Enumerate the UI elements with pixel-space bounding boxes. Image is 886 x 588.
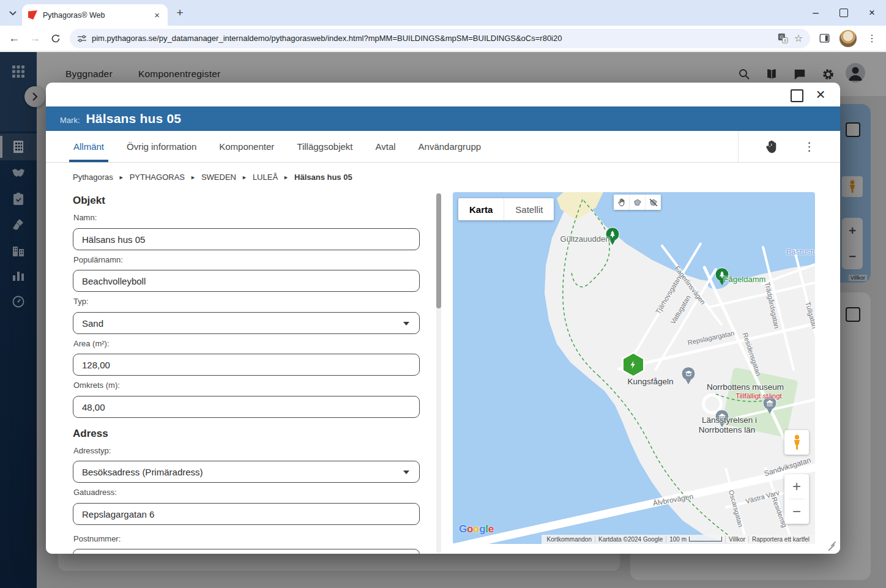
tab-close-icon[interactable]: × bbox=[152, 10, 162, 20]
modal-tab[interactable]: Övrig information bbox=[127, 131, 196, 162]
map-copyright: Kartdata ©2024 Google bbox=[595, 536, 666, 543]
pegman-streetview-button[interactable] bbox=[784, 430, 809, 455]
pan-hand-tool[interactable] bbox=[614, 195, 629, 210]
field-label-typ: Typ: bbox=[73, 297, 89, 306]
modal-tab-actions: ⋮ bbox=[738, 131, 840, 162]
browser-menu-kebab-icon[interactable]: ⋮ bbox=[862, 28, 882, 49]
field-label-postnummer: Postnummer: bbox=[73, 534, 121, 543]
namn-input[interactable]: Hälsans hus 05 bbox=[73, 228, 420, 250]
modal-close-button[interactable]: × bbox=[811, 85, 830, 103]
map-zoom-control: + − bbox=[784, 474, 809, 524]
object-type-label: Mark: bbox=[60, 113, 80, 125]
modal-tab[interactable]: Användargrupp bbox=[419, 131, 482, 162]
window-minimize-button[interactable]: – bbox=[802, 0, 830, 26]
browser-profile-avatar[interactable] bbox=[839, 30, 857, 47]
modal-maximize-button[interactable] bbox=[791, 89, 803, 102]
chevron-down-icon bbox=[403, 471, 409, 474]
modal-resize-handle[interactable] bbox=[827, 541, 837, 550]
breadcrumb-item[interactable]: Hälsans hus 05 bbox=[283, 173, 352, 182]
breadcrumb-item[interactable]: LULEÅ bbox=[242, 173, 278, 182]
polygon-off-tool[interactable] bbox=[645, 195, 661, 210]
keyboard-shortcuts-link[interactable]: Kortkommandon bbox=[544, 536, 595, 543]
typ-select[interactable]: Sand bbox=[73, 312, 420, 334]
modal-tab[interactable]: Avtal bbox=[375, 131, 395, 162]
breadcrumb-item[interactable]: SWEDEN bbox=[190, 173, 236, 182]
map-type-control: Karta Satellit bbox=[458, 198, 554, 220]
object-detail-modal: × Mark: Hälsans hus 05 Allmänt Övrig inf… bbox=[46, 83, 840, 554]
tree-marker[interactable] bbox=[715, 267, 729, 285]
hand-tool-button[interactable] bbox=[764, 139, 779, 154]
breadcrumb-item[interactable]: PYTHAGORAS bbox=[119, 173, 185, 182]
modal-tab-bar: Allmänt Övrig information Komponenter Ti… bbox=[46, 131, 840, 163]
breadcrumb: Pythagoras PYTHAGORAS SWEDEN LULEÅ Hälsa… bbox=[73, 173, 352, 182]
modal-kebab-menu-icon[interactable]: ⋮ bbox=[803, 141, 815, 152]
forward-button[interactable]: → bbox=[24, 28, 45, 49]
browser-tab[interactable]: Pythagoras® Web × bbox=[22, 4, 168, 26]
modal-header: Mark: Hälsans hus 05 bbox=[46, 106, 840, 131]
tab-title: Pythagoras® Web bbox=[43, 11, 152, 20]
modal-tab[interactable]: Allmänt bbox=[73, 131, 104, 162]
field-label-popularnamn: Populärnamn: bbox=[73, 255, 123, 264]
map-label: Bastustu bbox=[786, 247, 815, 256]
popularnamn-input[interactable]: Beachvolleyboll bbox=[73, 270, 420, 292]
modal-tab[interactable]: Komponenter bbox=[219, 131, 274, 162]
window-maximize-button[interactable] bbox=[830, 0, 858, 26]
section-heading-adress: Adress bbox=[73, 428, 108, 440]
report-map-error-link[interactable]: Rapportera ett kartfel bbox=[748, 536, 813, 543]
translate-icon[interactable]: Ga bbox=[775, 31, 791, 47]
government-building-marker[interactable] bbox=[715, 409, 729, 427]
field-label-adresstyp: Adresstyp: bbox=[73, 446, 111, 455]
postnummer-input[interactable] bbox=[73, 549, 420, 554]
chevron-down-icon bbox=[403, 322, 409, 326]
side-panel-icon[interactable] bbox=[814, 28, 835, 49]
omkrets-input[interactable]: 48,00 bbox=[73, 396, 420, 418]
section-heading-objekt: Objekt bbox=[73, 195, 105, 207]
pythagoras-favicon bbox=[28, 10, 37, 20]
field-label-omkrets: Omkrets (m): bbox=[73, 381, 120, 390]
browser-tab-strip: Pythagoras® Web × + – × bbox=[0, 0, 886, 26]
zoom-in-button[interactable]: + bbox=[784, 474, 809, 499]
modal-titlebar: × bbox=[46, 83, 840, 106]
form-scrollbar-thumb[interactable] bbox=[436, 193, 441, 308]
breadcrumb-item[interactable]: Pythagoras bbox=[73, 173, 113, 182]
tree-marker[interactable] bbox=[606, 227, 620, 245]
field-label-namn: Namn: bbox=[73, 213, 97, 222]
school-marker[interactable] bbox=[682, 367, 696, 384]
google-map[interactable]: Gültzauudden Bastustu Fågeldamm Fagerlin… bbox=[453, 192, 815, 544]
back-button[interactable]: ← bbox=[4, 28, 24, 49]
url-bar[interactable]: pim.pythagoras.se/py_datamanager_interna… bbox=[70, 29, 810, 48]
adresstyp-select[interactable]: Besöksadress (Primäradress) bbox=[73, 461, 420, 483]
map-scale: 100 m bbox=[666, 536, 725, 543]
window-controls: – × bbox=[802, 0, 886, 26]
new-tab-button[interactable]: + bbox=[172, 5, 188, 21]
site-info-icon[interactable] bbox=[77, 34, 87, 43]
area-input[interactable]: 128,00 bbox=[73, 354, 420, 376]
field-label-gatuadress: Gatuadress: bbox=[73, 488, 117, 497]
field-label-area: Area (m²): bbox=[73, 339, 110, 348]
map-attribution: Kortkommandon Kartdata ©2024 Google 100 … bbox=[542, 535, 815, 544]
bookmark-star-icon[interactable]: ☆ bbox=[791, 31, 806, 47]
map-type-button[interactable]: Satellit bbox=[504, 198, 554, 220]
zoom-out-button[interactable]: − bbox=[784, 499, 809, 524]
svg-text:a: a bbox=[784, 38, 786, 42]
window-close-button[interactable]: × bbox=[858, 0, 886, 26]
browser-toolbar: ← → pim.pythagoras.se/py_datamanager_int… bbox=[0, 26, 886, 51]
map-draw-tools bbox=[614, 195, 661, 210]
map-type-button[interactable]: Karta bbox=[458, 198, 504, 220]
gatuadress-input[interactable]: Repslagargatan 6 bbox=[73, 503, 420, 525]
object-title: Hälsans hus 05 bbox=[86, 111, 182, 126]
google-logo[interactable]: Google bbox=[459, 523, 494, 535]
terms-link[interactable]: Villkor bbox=[725, 536, 748, 543]
tab-search-button[interactable] bbox=[5, 6, 20, 21]
modal-body: Pythagoras PYTHAGORAS SWEDEN LULEÅ Hälsa… bbox=[46, 163, 840, 554]
modal-tab[interactable]: Tilläggsobjekt bbox=[297, 131, 352, 162]
museum-marker[interactable] bbox=[763, 396, 777, 414]
draw-polygon-tool[interactable] bbox=[629, 195, 645, 210]
url-text[interactable]: pim.pythagoras.se/py_datamanager_interna… bbox=[92, 34, 775, 43]
scale-bar bbox=[689, 537, 722, 541]
reload-button[interactable] bbox=[45, 28, 66, 49]
